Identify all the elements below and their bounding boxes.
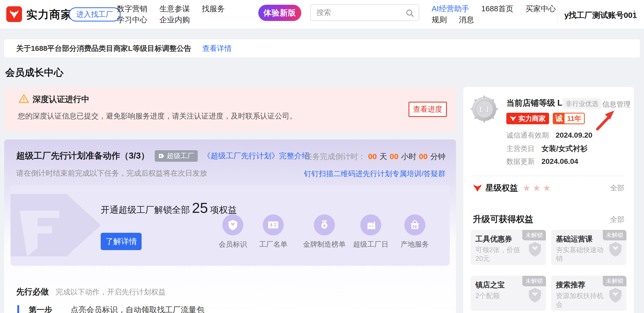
try-new-version-button[interactable]: 体验新版 <box>258 5 301 21</box>
member-badge-icon <box>228 219 238 231</box>
brand-logo-icon <box>6 6 22 22</box>
locked-shield-icon <box>528 287 542 303</box>
countdown-hours: 00 <box>390 152 398 161</box>
dingtalk-group-link[interactable]: 钉钉扫描二维码进先行计划专属培训/答疑群 <box>304 169 446 179</box>
annotation-arrow-icon <box>593 107 618 132</box>
alert-title: 深度认证进行中 <box>33 94 89 105</box>
info-row-category: 主营类目女装/女式衬衫 <box>506 144 588 154</box>
nav-find-services[interactable]: 找服务 <box>202 4 225 14</box>
cheng-icon: 诚 <box>554 114 565 123</box>
step-text: 点亮会员标识，自动领取找工厂流量包 <box>71 305 204 313</box>
announcement-detail-link[interactable]: 查看详情 <box>202 44 232 53</box>
announcement-text: 关于1688平台部分消费品类目商家L等级目标调整公告 <box>16 44 191 53</box>
factory-icon <box>366 220 376 230</box>
buyer-center-link[interactable]: 买家中心 <box>525 4 556 14</box>
search-icon[interactable] <box>405 8 415 18</box>
nav-digital-marketing[interactable]: 数字营销 <box>117 4 147 14</box>
plan-intro-link[interactable]: 《超级工厂先行计划》完整介绍 <box>203 151 309 161</box>
page-title: 会员成长中心 <box>5 66 63 79</box>
more-menu-icon[interactable]: ⋮ <box>629 8 639 20</box>
star-benefits-all-link[interactable]: 全部 <box>610 183 624 193</box>
rules-link[interactable]: 规则 <box>432 15 447 25</box>
header-links: AI经营助手 1688首页 买家中心 规则 消息 <box>432 3 556 25</box>
plan-subtitle: 请在倒计时结束前完成以下任务，完成后权益将在次日发放 <box>16 168 207 178</box>
locked-shield-icon <box>528 241 542 257</box>
chengxintong-badge: 诚 11年 <box>553 113 585 124</box>
step-label: 第一步 <box>29 305 52 313</box>
upgrade-benefits-title: 升级可获得权益 <box>473 213 533 225</box>
header-divider <box>557 6 557 23</box>
countdown-minutes: 00 <box>419 152 428 161</box>
star-benefits-header: 星级权益 ★★★ 全部 <box>473 182 624 193</box>
ai-assistant-link[interactable]: AI经营助手 <box>432 4 469 14</box>
todo-header: 先行必做 完成以下动作，开启先行计划权益 <box>16 286 166 297</box>
id-card-icon <box>268 220 278 230</box>
top-header: 实力商家 进入找工厂 数字营销 生意参谋 找服务 学习中心 企业内购 体验新版 … <box>0 0 644 29</box>
upgrade-benefits-all-link[interactable]: 全部 <box>610 215 624 224</box>
certification-alert: 深度认证进行中 您的深度认证信息已提交，避免影响服务进度，请关注认证进度，及时联… <box>4 87 456 131</box>
todo-title: 先行必做 <box>16 286 49 297</box>
nav-enterprise-purchase[interactable]: 企业内购 <box>159 15 190 25</box>
shop-level-panel: L1 当前店铺等级 L1 非行业优选 信息管理 实力商家 诚 11年 诚信通有效… <box>463 87 634 313</box>
locked-badge: 未解锁 <box>522 276 546 286</box>
brand-title: 实力商家 <box>26 7 72 22</box>
main-nav: 数字营销 生意参谋 找服务 学习中心 企业内购 <box>117 3 225 25</box>
super-factory-badge: 超级工厂 <box>155 150 198 162</box>
locked-badge: 未解锁 <box>603 230 626 240</box>
learn-more-button[interactable]: 了解详情 <box>101 233 142 250</box>
warning-icon <box>18 93 29 104</box>
countdown-days-unit: 天 <box>379 152 387 162</box>
alert-body: 您的深度认证信息已提交，避免影响服务进度，请关注认证进度，及时联系认证公司。 <box>18 111 297 121</box>
level-title: 当前店铺等级 L1 <box>506 98 567 109</box>
nav-business-advisor[interactable]: 生意参谋 <box>159 4 190 14</box>
enter-find-factory-button[interactable]: 进入找工厂 <box>69 7 121 21</box>
announcement-bar: 关于1688平台部分消费品类目商家L等级目标调整公告 查看详情 <box>4 39 640 57</box>
locked-badge: 未解锁 <box>522 230 546 240</box>
locked-shield-icon <box>608 287 623 303</box>
plan-title: 超级工厂先行计划准备动作（3/3） <box>16 150 149 162</box>
todo-subtitle: 完成以下动作，开启先行计划权益 <box>56 287 166 297</box>
info-row-validity: 诚信通有效期2024.09.20 <box>506 131 592 140</box>
search-box <box>310 4 419 21</box>
upgrade-benefit-cards: 工具优惠券 可领2张，价值20元 未解锁 基础运营课 夯实基础快速动销 未解锁 … <box>471 230 626 311</box>
step-marker <box>17 305 19 313</box>
merchant-badge: 实力商家 <box>506 113 549 124</box>
super-factory-plan-card: 超级工厂先行计划准备动作（3/3） 超级工厂 《超级工厂先行计划》完整介绍 任务… <box>4 139 456 313</box>
bull-icon <box>473 183 482 193</box>
benefit-card-shop-treasure[interactable]: 镇店之宝 2个配额 未解锁 <box>471 276 546 311</box>
star-benefits-title: 星级权益 <box>485 182 518 193</box>
benefit-origin-service[interactable]: 产地服务 <box>386 214 444 249</box>
bull-icon <box>510 115 517 122</box>
locked-shield-icon <box>608 241 623 257</box>
benefit-card-tool-coupon[interactable]: 工具优惠券 可领2张，价值20元 未解锁 <box>471 230 546 265</box>
svg-text:L1: L1 <box>479 104 489 114</box>
search-input[interactable] <box>311 5 419 20</box>
star-icons: ★★★ <box>523 183 553 193</box>
benefit-factory-list[interactable]: 工厂名单 <box>244 214 302 249</box>
countdown-minutes-unit: 分钟 <box>430 152 446 162</box>
unlock-benefits-banner: 开通超级工厂解锁全部25项权益 了解详情 会员标识 工厂名单 金牌制造榜单 超级… <box>10 185 450 266</box>
countdown-hours-unit: 小时 <box>401 152 416 162</box>
benefit-card-basic-course[interactable]: 基础运营课 夯实基础快速动销 未解锁 <box>551 230 626 265</box>
medal-icon <box>319 220 330 230</box>
countdown: 任务完成倒计时： 00 天 00 小时 00 分钟 <box>305 152 446 162</box>
pentagon-flag-icon <box>158 153 165 159</box>
locked-badge: 未解锁 <box>603 276 626 286</box>
dashed-divider <box>473 176 624 176</box>
level-medal-icon: L1 <box>470 94 499 124</box>
nav-learning-center[interactable]: 学习中心 <box>117 15 147 25</box>
home-1688-link[interactable]: 1688首页 <box>481 4 513 14</box>
view-progress-button[interactable]: 查看进度 <box>409 102 447 117</box>
info-row-data-update: 数据更新2024.06.04 <box>506 157 578 166</box>
countdown-label: 任务完成倒计时： <box>305 152 366 162</box>
bag-icon <box>410 220 420 230</box>
benefit-count: 25 <box>190 200 210 216</box>
account-name[interactable]: y找工厂测试账号001 <box>564 10 637 21</box>
benefit-card-search-recommend[interactable]: 搜索推荐 资源加权扶持机会 未解锁 <box>551 276 626 311</box>
todo-step-row: 第一步 点亮会员标识，自动领取找工厂流量包 <box>17 305 204 313</box>
countdown-days: 00 <box>368 152 377 161</box>
upgrade-benefits-header: 升级可获得权益 全部 <box>473 213 624 225</box>
ghost-logo-icon <box>10 190 114 261</box>
messages-link[interactable]: 消息 <box>459 15 474 25</box>
cheng-years: 11年 <box>565 114 584 123</box>
